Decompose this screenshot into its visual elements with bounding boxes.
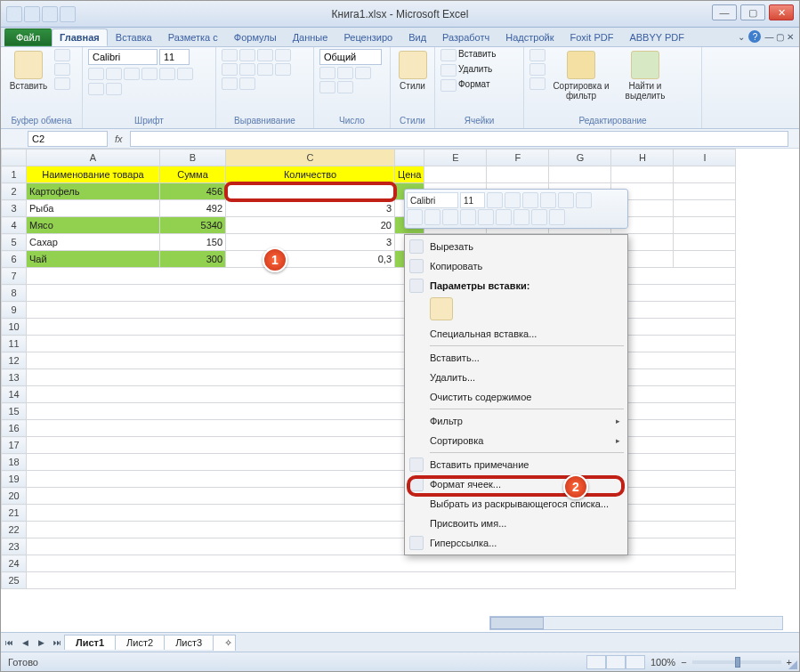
border-icon[interactable] [141,68,158,80]
sheet-tab-2[interactable]: Лист2 [115,635,165,650]
indent-icon[interactable] [275,63,291,76]
sheet-tab-3[interactable]: Лист3 [164,635,214,650]
format-cells-icon[interactable] [440,79,457,92]
resize-grip[interactable] [785,657,799,671]
ctx-filter[interactable]: Фильтр [405,411,627,431]
delete-cells-label[interactable]: Удалить [458,64,492,77]
tab-nav-first[interactable]: ⏮ [1,635,17,651]
bold-icon[interactable] [88,68,104,80]
mini-comma-icon[interactable] [558,192,574,208]
tab-review[interactable]: Рецензиро [335,28,400,46]
view-normal-icon[interactable] [586,655,606,669]
tab-home[interactable]: Главная [52,28,108,46]
tab-nav-next[interactable]: ▶ [33,635,49,651]
cell-B5[interactable]: 150 [160,234,226,251]
tab-developer[interactable]: Разработч [434,28,497,46]
cell-A2[interactable]: Картофель [27,183,160,200]
fill-icon[interactable] [529,63,545,76]
cell-A5[interactable]: Сахар [27,234,160,251]
row-6[interactable]: 6 [2,251,27,268]
ctx-copy[interactable]: Копировать [405,256,627,276]
ctx-format-cells[interactable]: Формат ячеек... [405,474,627,494]
maximize-button[interactable]: ▢ [740,4,765,20]
row-2[interactable]: 2 [2,183,27,200]
align-left-icon[interactable] [222,63,238,76]
shrink-font-icon[interactable] [106,83,122,95]
excel-icon[interactable] [6,6,22,22]
header-name[interactable]: Наименование товара [27,166,160,183]
merge-icon[interactable] [239,77,255,90]
undo-icon[interactable] [42,6,58,22]
tab-insert[interactable]: Вставка [108,28,160,46]
ctx-hyperlink[interactable]: Гиперссылка... [405,533,627,553]
col-A[interactable]: A [27,150,160,166]
close-button[interactable]: ✕ [769,4,794,20]
col-D[interactable] [395,150,424,166]
tab-nav-last[interactable]: ⏭ [49,635,65,651]
format-painter-icon[interactable] [54,77,70,90]
cell-C5[interactable]: 3 [226,234,395,251]
align-top-icon[interactable] [222,49,238,61]
tab-addins[interactable]: Надстройк [497,28,562,46]
mini-shrink-icon[interactable] [505,192,521,208]
cell-A3[interactable]: Рыба [27,200,160,217]
underline-icon[interactable] [124,68,140,80]
mini-fontcolor-icon[interactable] [478,209,494,225]
workbook-min-icon[interactable]: — ▢ ✕ [764,32,794,42]
tab-view[interactable]: Вид [400,28,434,46]
row-4[interactable]: 4 [2,217,27,234]
cell-B4[interactable]: 5340 [160,217,226,234]
ctx-delete[interactable]: Удалить... [405,368,627,387]
mini-border-icon[interactable] [496,209,512,225]
mini-size-combo[interactable]: 11 [460,192,485,208]
mini-align-icon[interactable] [442,209,458,225]
row-1[interactable]: 1 [2,166,27,183]
cell-A6[interactable]: Чай [27,251,160,268]
zoom-slider[interactable] [692,660,781,664]
mini-currency-icon[interactable] [522,192,538,208]
zoom-out[interactable]: − [681,657,686,668]
dec-decimal-icon[interactable] [337,81,353,93]
autosum-icon[interactable] [529,49,545,61]
mini-merge-icon[interactable] [549,209,565,225]
ribbon-min-icon[interactable]: ⌄ [738,32,745,42]
tab-layout[interactable]: Разметка с [160,28,226,46]
save-icon[interactable] [24,6,40,22]
fill-color-icon[interactable] [159,68,175,80]
mini-bold-icon[interactable] [407,209,423,225]
styles-button[interactable]: Стили [396,49,429,91]
mini-dec-dec-icon[interactable] [531,209,547,225]
new-sheet-button[interactable]: ✧ [213,635,236,651]
minimize-button[interactable]: — [712,4,737,20]
col-C[interactable]: C [226,150,395,166]
cut-icon[interactable] [54,49,70,61]
align-right-icon[interactable] [257,63,273,76]
select-all[interactable] [2,150,27,166]
col-F[interactable]: F [487,150,549,166]
cell-C3[interactable]: 3 [226,200,395,217]
align-middle-icon[interactable] [239,49,255,61]
redo-icon[interactable] [60,6,76,22]
orientation-icon[interactable] [275,49,291,61]
italic-icon[interactable] [106,68,122,80]
format-cells-label[interactable]: Формат [458,79,490,92]
ctx-cut[interactable]: Вырезать [405,237,627,256]
ctx-insert[interactable]: Вставить... [405,348,627,368]
mini-italic-icon[interactable] [424,209,440,225]
mini-inc-dec-icon[interactable] [513,209,529,225]
delete-cells-icon[interactable] [440,64,457,77]
align-center-icon[interactable] [239,63,255,76]
font-size-combo[interactable] [159,49,190,65]
mini-font-combo[interactable]: Calibri [407,192,458,208]
col-G[interactable]: G [549,150,611,166]
sheet-tab-1[interactable]: Лист1 [64,635,116,650]
mini-fill-icon[interactable] [460,209,476,225]
cell-B2[interactable]: 456 [160,183,226,200]
header-price[interactable]: Цена [395,166,424,183]
ctx-comment[interactable]: Вставить примечание [405,455,627,474]
wrap-text-icon[interactable] [222,77,238,90]
ctx-paste-special[interactable]: Специальная вставка... [405,324,627,344]
insert-cells-label[interactable]: Вставить [458,49,496,61]
comma-icon[interactable] [355,67,371,79]
row-5[interactable]: 5 [2,234,27,251]
